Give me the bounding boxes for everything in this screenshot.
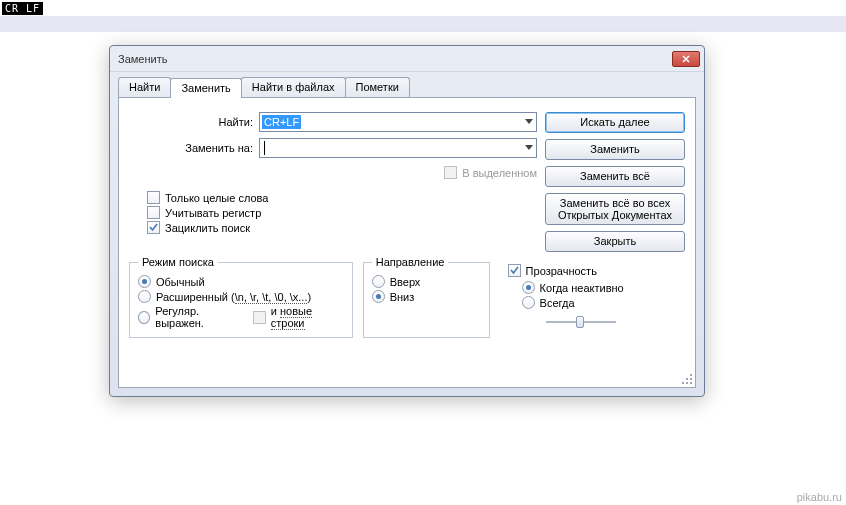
direction-down-radio[interactable] [372,290,385,303]
find-input[interactable]: CR+LF [259,112,537,132]
crlf-badge: CR LF [2,2,43,15]
dialog-title: Заменить [118,53,672,65]
mode-regex-radio[interactable] [138,311,150,324]
tab-replace[interactable]: Заменить [170,78,241,98]
replace-label: Заменить на: [129,142,259,154]
mode-regex-label: Регуляр. выражен. [155,305,244,329]
search-mode-title: Режим поиска [138,256,218,268]
transparency-checkbox[interactable] [508,264,521,277]
dialog-panel: Найти: CR+LF Заменить на: [118,97,696,388]
search-mode-group: Режим поиска Обычный Расширенный (\n, \r… [129,262,353,338]
mode-normal-radio[interactable] [138,275,151,288]
find-label: Найти: [129,116,259,128]
titlebar: Заменить [110,46,704,72]
in-selection-checkbox [444,166,457,179]
background-stripe [0,16,846,32]
mode-extended-radio[interactable] [138,290,151,303]
transparency-always-radio[interactable] [522,296,535,309]
mode-extended-label: Расширенный (\n, \r, \t, \0, \x...) [156,291,311,303]
transparency-group: Прозрачность Когда неактивно Всегда [500,262,685,338]
direction-down-label: Вниз [390,291,415,303]
direction-up-radio[interactable] [372,275,385,288]
chevron-down-icon[interactable] [520,145,536,151]
whole-word-checkbox[interactable] [147,191,160,204]
tab-find[interactable]: Найти [118,77,171,97]
in-selection-label: В выделенном [462,167,537,179]
replace-all-button[interactable]: Заменить всё [545,166,685,187]
direction-group: Направление Вверх Вниз [363,262,490,338]
regex-newlines-checkbox [253,311,265,324]
close-icon[interactable] [672,51,700,67]
wrap-label: Зациклить поиск [165,222,250,234]
transparency-inactive-label: Когда неактивно [540,282,624,294]
match-case-checkbox[interactable] [147,206,160,219]
watermark: pikabu.ru [797,491,842,503]
transparency-title: Прозрачность [526,265,597,277]
text-cursor [264,141,265,155]
mode-normal-label: Обычный [156,276,205,288]
transparency-always-label: Всегда [540,297,575,309]
replace-dialog: Заменить Найти Заменить Найти в файлах П… [109,45,705,397]
find-next-button[interactable]: Искать далее [545,112,685,133]
match-case-label: Учитывать регистр [165,207,261,219]
replace-all-docs-button[interactable]: Заменить всё во всех Открытых Документах [545,193,685,225]
tab-marks[interactable]: Пометки [345,77,410,97]
close-button[interactable]: Закрыть [545,231,685,252]
replace-button[interactable]: Заменить [545,139,685,160]
chevron-down-icon[interactable] [520,119,536,125]
transparency-slider[interactable] [546,315,616,329]
tab-find-in-files[interactable]: Найти в файлах [241,77,346,97]
direction-up-label: Вверх [390,276,421,288]
whole-word-label: Только целые слова [165,192,268,204]
find-selection: CR+LF [262,115,301,129]
direction-title: Направление [372,256,449,268]
replace-input[interactable] [259,138,537,158]
resize-grip[interactable] [681,373,693,385]
wrap-checkbox[interactable] [147,221,160,234]
transparency-inactive-radio[interactable] [522,281,535,294]
tab-strip: Найти Заменить Найти в файлах Пометки [110,72,704,97]
regex-newlines-label: и новые строки [271,305,344,329]
